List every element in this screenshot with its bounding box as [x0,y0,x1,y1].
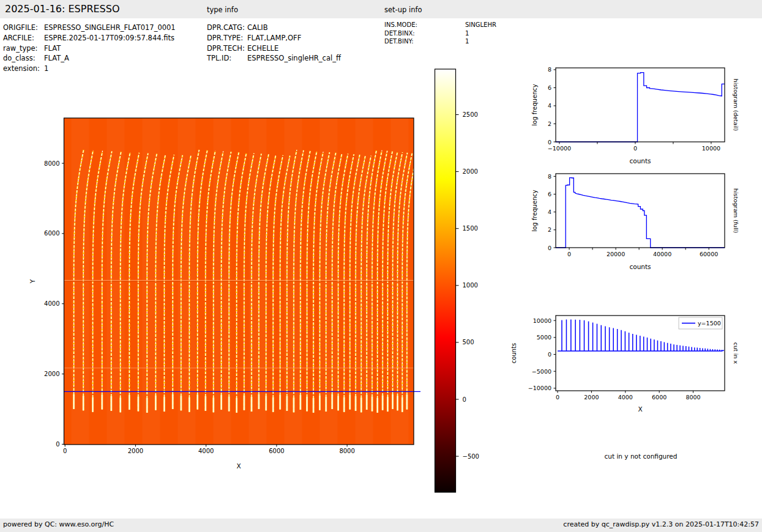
svg-text:8000: 8000 [44,160,59,167]
svg-text:10000: 10000 [702,145,720,152]
svg-text:8000: 8000 [685,394,700,401]
svg-text:−10000: −10000 [528,385,551,391]
main-xaxis-label: X [236,462,241,470]
svg-text:4000: 4000 [618,394,633,401]
footer-created-by: created by qc_rawdisp.py v1.2.3 on 2025-… [563,520,759,528]
svg-text:4000: 4000 [198,448,214,454]
svg-text:−10000: −10000 [548,145,571,152]
svg-text:6: 6 [548,191,551,198]
svg-text:0: 0 [548,245,551,251]
svg-text:counts: counts [510,343,517,363]
svg-text:cut in x: cut in x [733,342,739,364]
svg-text:2000: 2000 [584,394,599,401]
svg-text:8000: 8000 [339,448,354,454]
svg-text:40000: 40000 [653,251,671,257]
svg-text:histogram (full): histogram (full) [733,188,739,233]
svg-text:0: 0 [56,441,59,448]
footer-bar: powered by QC: www.eso.org/HC created by… [0,519,762,532]
svg-text:6: 6 [548,84,551,91]
svg-text:2500: 2500 [463,111,478,118]
colorbar: −50005001000150020002500 [435,69,479,492]
qc-report-page: 2025-01-16: ESPRESSO type info set-up in… [0,0,762,532]
svg-text:counts: counts [629,157,651,164]
cut-legend: y=1500 [679,317,722,329]
cut-in-x-plot: 02000400060008000−10000−50000500010000Xc… [510,316,739,413]
main-image-plot: 0200040006000800002000400060008000XY [29,118,420,470]
svg-text:0: 0 [463,396,466,403]
svg-text:0: 0 [633,145,637,152]
echelle-raw-image [64,118,417,445]
svg-text:2: 2 [548,226,551,233]
svg-text:0: 0 [567,251,571,257]
svg-text:2000: 2000 [44,371,59,377]
svg-text:0: 0 [556,394,559,401]
svg-text:4: 4 [548,102,551,109]
svg-text:1500: 1500 [463,225,478,232]
svg-text:0: 0 [63,448,67,454]
svg-text:1000: 1000 [463,282,478,289]
svg-text:2000: 2000 [463,168,478,175]
svg-text:500: 500 [463,339,474,345]
svg-text:2: 2 [548,120,551,127]
svg-text:6000: 6000 [269,448,284,454]
svg-text:10000: 10000 [533,317,551,324]
svg-text:counts: counts [629,263,651,270]
svg-text:log frequency: log frequency [531,84,538,126]
svg-text:2000: 2000 [128,448,143,454]
svg-text:20000: 20000 [607,251,625,257]
svg-text:0: 0 [548,139,551,146]
svg-text:log frequency: log frequency [531,190,538,232]
svg-text:−5000: −5000 [532,368,551,375]
svg-text:5000: 5000 [537,334,551,341]
svg-text:8: 8 [548,173,551,180]
svg-text:4000: 4000 [44,300,59,307]
footer-powered-by: powered by QC: www.eso.org/HC [3,520,114,528]
histogram-detail-plot: −1000001000002468countslog frequencyhist… [531,66,739,164]
svg-text:y=1500: y=1500 [698,320,721,327]
main-yaxis-label: Y [29,279,36,284]
svg-text:60000: 60000 [700,251,718,257]
svg-text:8: 8 [548,66,551,73]
svg-text:−500: −500 [463,453,479,460]
svg-text:X: X [638,405,642,413]
svg-text:6000: 6000 [44,230,59,237]
cut-in-y-message: cut in y not configured [586,453,696,460]
svg-text:4: 4 [548,209,551,215]
svg-text:6000: 6000 [652,394,667,401]
histogram-full-plot: 020000400006000002468countslog frequency… [531,173,739,270]
svg-text:0: 0 [548,351,551,358]
svg-text:histogram (detail): histogram (detail) [733,79,739,131]
